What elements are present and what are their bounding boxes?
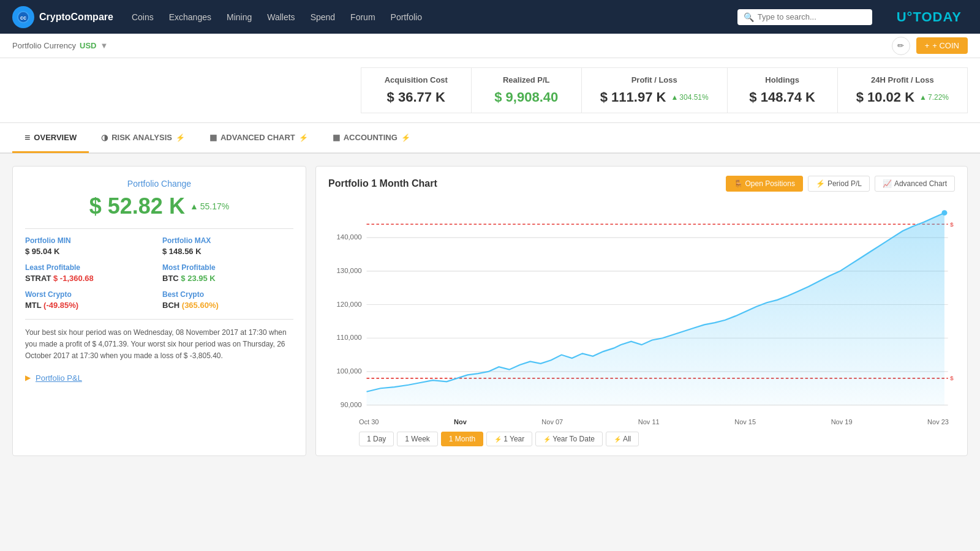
acquisition-cost-value: $ 36.77 K: [380, 89, 453, 105]
stats-row: Acquisition Cost $ 36.77 K Realized P/L …: [0, 58, 980, 123]
risk-lightning-icon: ⚡: [176, 133, 185, 142]
search-input[interactable]: [758, 12, 866, 21]
utoday-badge: U°TODAY: [891, 7, 968, 28]
tab-overview[interactable]: ≡ OVERVIEW: [12, 124, 89, 153]
nav-links: Coins Exchanges Mining Wallets Spend For…: [132, 9, 422, 25]
time-btn-1month[interactable]: 1 Month: [441, 432, 483, 446]
x-label-nov19: Nov 19: [831, 418, 853, 425]
period-pl-button[interactable]: ⚡ Period P/L: [808, 176, 870, 192]
chart-title: Portfolio 1 Month Chart: [328, 178, 437, 189]
worst-crypto-value: MTL (-49.85%): [25, 301, 156, 310]
main-content: Portfolio Change $ 52.82 K ▲ 55.17% Port…: [0, 154, 980, 468]
risk-icon: ◑: [101, 133, 108, 142]
stat-profit-loss: Profit / Loss $ 111.97 K ▲ 304.51%: [581, 67, 727, 113]
open-positions-button[interactable]: 🪑 Open Positions: [726, 176, 803, 192]
add-coin-label: + COIN: [932, 41, 959, 50]
x-axis: Oct 30 Nov Nov 07 Nov 11 Nov 15 Nov 19 N…: [328, 415, 955, 425]
svg-text:130,000: 130,000: [337, 267, 362, 274]
nav-coins[interactable]: Coins: [132, 9, 154, 25]
portfolio-pl-link[interactable]: Portfolio P&L: [36, 373, 82, 383]
portfolio-p-l-link: ▶ Portfolio P&L: [25, 373, 293, 383]
chart-buttons: 🪑 Open Positions ⚡ Period P/L 📈 Advanced…: [726, 176, 956, 192]
info-text: Your best six hour period was on Wednesd…: [25, 327, 293, 362]
svg-text:$ 95.04 K: $ 95.04 K: [950, 375, 955, 381]
portfolio-currency: Portfolio Currency USD ▼: [12, 41, 108, 50]
portfolio-change-amount: $ 52.82 K: [89, 193, 185, 219]
chart-lightning-icon: ⚡: [299, 133, 308, 142]
svg-text:90,000: 90,000: [341, 401, 362, 408]
currency-value: USD: [80, 41, 96, 50]
time-range-buttons: 1 Day 1 Week 1 Month ⚡ 1 Year ⚡ Year To …: [328, 432, 955, 446]
portfolio-max: Portfolio MAX $ 148.56 K: [162, 236, 293, 256]
x-label-nov07: Nov 07: [541, 418, 563, 425]
tab-chart-label: ADVANCED CHART: [221, 133, 295, 142]
best-crypto: Best Crypto BCH (365.60%): [162, 290, 293, 310]
chart-tab-icon: ▦: [209, 133, 217, 142]
most-profitable: Most Profitable BTC $ 23.95 K: [162, 263, 293, 283]
logo-text: CryptoCompare: [39, 12, 113, 23]
overview-icon: ≡: [24, 132, 30, 143]
stat-24h-profit: 24H Profit / Loss $ 10.02 K ▲ 7.22%: [837, 67, 968, 113]
portfolio-stats-grid: Portfolio MIN $ 95.04 K Portfolio MAX $ …: [25, 236, 293, 310]
least-profitable-value: STRAT $ -1,360.68: [25, 274, 156, 283]
realized-pl-value: $ 9,908.40: [490, 89, 563, 105]
edit-icon-button[interactable]: ✏: [892, 37, 910, 55]
chart-svg: 90,000 100,000 110,000 120,000 130,000 1…: [328, 201, 955, 415]
profit-loss-value: $ 111.97 K: [600, 89, 666, 105]
least-profitable-label: Least Profitable: [25, 263, 156, 272]
worst-crypto: Worst Crypto MTL (-49.85%): [25, 290, 156, 310]
portfolio-max-label: Portfolio MAX: [162, 236, 293, 245]
svg-text:120,000: 120,000: [337, 301, 362, 308]
portfolio-max-value: $ 148.56 K: [162, 247, 293, 256]
nav-mining[interactable]: Mining: [227, 9, 252, 25]
nav-wallets[interactable]: Wallets: [267, 9, 295, 25]
up-arrow-icon: ▲: [671, 93, 678, 102]
subbar: Portfolio Currency USD ▼ ✏ + + COIN: [0, 34, 980, 58]
divider-1: [25, 228, 293, 229]
x-label-oct30: Oct 30: [359, 418, 379, 425]
chart-icon: 📈: [883, 179, 892, 188]
x-label-nov23: Nov 23: [927, 418, 949, 425]
time-btn-ytd[interactable]: ⚡ Year To Date: [535, 432, 603, 446]
tab-advanced-chart[interactable]: ▦ ADVANCED CHART ⚡: [197, 124, 320, 153]
x-label-nov15: Nov 15: [734, 418, 756, 425]
tabs-bar: ≡ OVERVIEW ◑ RISK ANALYSIS ⚡ ▦ ADVANCED …: [0, 123, 980, 154]
acquisition-cost-label: Acquisition Cost: [380, 75, 453, 84]
24h-profit-value: $ 10.02 K: [856, 89, 914, 105]
time-btn-all[interactable]: ⚡ All: [606, 432, 639, 446]
svg-text:100,000: 100,000: [337, 367, 362, 375]
nav-portfolio[interactable]: Portfolio: [391, 9, 422, 25]
plus-icon: +: [925, 41, 930, 50]
24h-profit-percent: ▲ 7.22%: [919, 93, 949, 102]
currency-dropdown-icon[interactable]: ▼: [100, 41, 108, 50]
svg-text:$ 148.56 K: $ 148.56 K: [950, 221, 955, 228]
holdings-label: Holdings: [746, 75, 819, 84]
24h-profit-label: 24H Profit / Loss: [856, 75, 949, 84]
holdings-value: $ 148.74 K: [746, 89, 819, 105]
time-btn-1year[interactable]: ⚡ 1 Year: [486, 432, 532, 446]
navbar: cc CryptoCompare Coins Exchanges Mining …: [0, 0, 980, 34]
add-coin-button[interactable]: + + COIN: [916, 37, 968, 54]
edit-icon: ✏: [897, 41, 904, 50]
time-btn-1week[interactable]: 1 Week: [397, 432, 437, 446]
nav-spend[interactable]: Spend: [311, 9, 335, 25]
profit-loss-label: Profit / Loss: [600, 75, 709, 84]
logo-icon: cc: [12, 6, 34, 28]
portfolio-change-percent: ▲ 55.17%: [190, 201, 229, 211]
up-arrow-icon-2: ▲: [919, 93, 927, 102]
time-btn-1day[interactable]: 1 Day: [359, 432, 394, 446]
stat-acquisition-cost: Acquisition Cost $ 36.77 K: [361, 67, 471, 113]
portfolio-min-value: $ 95.04 K: [25, 247, 156, 256]
nav-exchanges[interactable]: Exchanges: [169, 9, 211, 25]
most-profitable-value: BTC $ 23.95 K: [162, 274, 293, 283]
advanced-chart-button[interactable]: 📈 Advanced Chart: [875, 176, 955, 192]
all-lightning-icon: ⚡: [614, 436, 621, 443]
portfolio-min-label: Portfolio MIN: [25, 236, 156, 245]
tab-accounting[interactable]: ▦ ACCOUNTING ⚡: [320, 124, 423, 153]
least-profitable: Least Profitable STRAT $ -1,360.68: [25, 263, 156, 283]
best-crypto-label: Best Crypto: [162, 290, 293, 299]
nav-forum[interactable]: Forum: [350, 9, 375, 25]
realized-pl-label: Realized P/L: [490, 75, 563, 84]
tab-risk-analysis[interactable]: ◑ RISK ANALYSIS ⚡: [89, 124, 197, 153]
logo[interactable]: cc CryptoCompare: [12, 6, 113, 28]
